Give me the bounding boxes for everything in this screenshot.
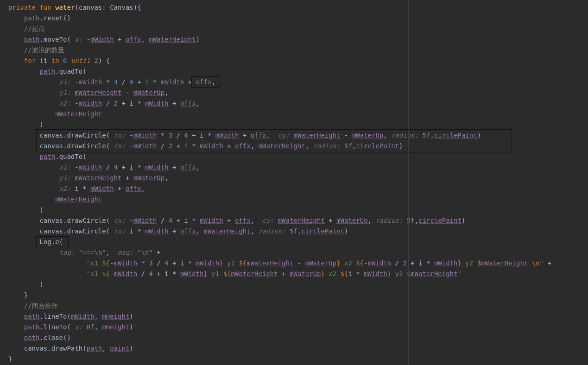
code-line[interactable]: canvas.drawCircle( cx: -mWidth / 2 + i *… bbox=[0, 141, 588, 151]
code-line[interactable]: x1: -mWidth / 4 + i * mWidth + offx, bbox=[0, 162, 588, 173]
code-line[interactable]: for (i in 0 until 2) { bbox=[0, 56, 588, 66]
code-line[interactable]: y1: mWaterHeight - mWaterUp, bbox=[0, 88, 588, 98]
code-line[interactable]: tag: "===\n", msg: "\n" + bbox=[0, 247, 588, 258]
code-line[interactable]: canvas.drawCircle( cx: -mWidth * 3 / 4 +… bbox=[0, 130, 588, 141]
code-line[interactable]: mWaterHeight bbox=[0, 109, 588, 120]
code-line[interactable]: } bbox=[0, 354, 588, 365]
code-line[interactable]: canvas.drawCircle( cx: -mWidth / 4 + i *… bbox=[0, 215, 588, 226]
right-margin-guide bbox=[408, 0, 409, 365]
code-line[interactable]: path.moveTo( x: -mWidth + offx, mWaterHe… bbox=[0, 34, 588, 45]
code-line[interactable]: //波浪的数量 bbox=[0, 45, 588, 56]
code-line[interactable]: x1: -mWidth * 3 / 4 + i * mWidth + offx, bbox=[0, 77, 588, 88]
code-line[interactable]: path.quadTo( bbox=[0, 151, 588, 162]
code-line[interactable]: mWaterHeight bbox=[0, 194, 588, 205]
code-line[interactable]: path.quadTo( bbox=[0, 66, 588, 77]
code-line[interactable]: path.lineTo(mWidth, mHeight) bbox=[0, 311, 588, 322]
code-line[interactable]: path.lineTo( x: 0f, mHeight) bbox=[0, 322, 588, 333]
code-line[interactable]: } bbox=[0, 290, 588, 301]
code-line[interactable]: x2: -mWidth / 2 + i * mWidth + offx, bbox=[0, 98, 588, 109]
code-line[interactable]: canvas.drawPath(path, paint) bbox=[0, 343, 588, 354]
code-line[interactable]: private fun water(canvas: Canvas){ bbox=[0, 2, 588, 13]
code-line[interactable]: //起点 bbox=[0, 24, 588, 34]
code-line[interactable]: x2: i * mWidth + offx, bbox=[0, 183, 588, 194]
code-line[interactable]: ) bbox=[0, 205, 588, 215]
code-line[interactable]: path.reset() bbox=[0, 13, 588, 24]
code-line[interactable]: "x1 ${-mWidth * 3 / 4 + i * mWidth} y1 $… bbox=[0, 258, 588, 269]
code-line[interactable]: Log.e( bbox=[0, 237, 588, 247]
code-editor[interactable]: private fun water(canvas: Canvas){ path.… bbox=[0, 0, 588, 365]
code-line[interactable]: "x1 ${-mWidth / 4 + i * mWidth} y1 ${mWa… bbox=[0, 269, 588, 279]
code-line[interactable]: path.close() bbox=[0, 333, 588, 343]
code-line[interactable]: ) bbox=[0, 120, 588, 130]
code-line[interactable]: y1: mWaterHeight + mWaterUp, bbox=[0, 173, 588, 183]
code-line[interactable]: //闭合操作 bbox=[0, 301, 588, 311]
code-line[interactable]: canvas.drawCircle( cx: i * mWidth + offx… bbox=[0, 226, 588, 237]
code-line[interactable]: ) bbox=[0, 279, 588, 290]
